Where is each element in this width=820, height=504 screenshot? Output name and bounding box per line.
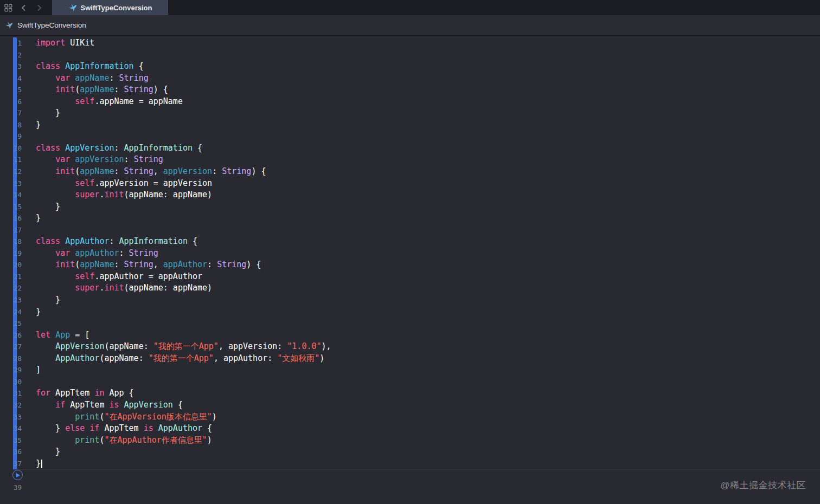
code-editor[interactable]: 1import UIKit23class AppInformation {4 v… (0, 36, 820, 503)
line-number[interactable]: 8 (0, 119, 22, 131)
line-number[interactable]: 2 (0, 49, 22, 61)
code-line[interactable]: 21 self.appAuthor = appAuthor (0, 271, 820, 283)
token-kw: init (104, 283, 124, 293)
line-number[interactable]: 6 (0, 96, 22, 108)
line-number[interactable]: 1 (0, 37, 22, 49)
line-number[interactable]: 22 (0, 282, 22, 294)
code-line[interactable]: 28 AppAuthor(appName: "我的第一个App", appAut… (0, 353, 820, 365)
line-number[interactable]: 17 (0, 224, 22, 236)
line-number[interactable]: 35 (0, 435, 22, 447)
code-line[interactable]: 5 init(appName: String) { (0, 84, 820, 96)
line-number[interactable]: 36 (0, 446, 22, 458)
line-number[interactable]: 18 (0, 236, 22, 248)
line-number[interactable]: 11 (0, 154, 22, 166)
trailing-line-number: 39 (0, 483, 22, 492)
token-typeDecl: AppAuthor (65, 236, 109, 246)
code-line[interactable]: 1import UIKit (0, 37, 820, 49)
line-number[interactable]: 7 (0, 107, 22, 119)
token-plain (36, 96, 75, 106)
code-line[interactable]: 31for AppTtem in App { (0, 387, 820, 399)
code-line[interactable]: 8} (0, 119, 820, 131)
line-number[interactable]: 29 (0, 364, 22, 376)
token-plain (36, 435, 75, 445)
jump-bar: SwiftTypeConversion (0, 15, 820, 36)
code-text: var appName: String (36, 73, 149, 85)
token-plain (36, 154, 55, 164)
code-line[interactable]: 15 } (0, 201, 820, 213)
code-line[interactable]: 23 } (0, 294, 820, 306)
code-line[interactable]: 6 self.appName = appName (0, 96, 820, 108)
token-plain: { (188, 236, 197, 246)
line-number[interactable]: 20 (0, 259, 22, 271)
line-number[interactable]: 16 (0, 212, 22, 224)
code-line[interactable]: 37} (0, 458, 820, 470)
code-line[interactable]: 9 (0, 131, 820, 143)
editor-tab[interactable]: SwiftTypeConversion (52, 0, 168, 15)
code-line[interactable]: 13 self.appVersion = appVersion (0, 178, 820, 190)
line-number[interactable]: 10 (0, 143, 22, 154)
code-line[interactable]: 32 if AppTtem is AppVersion { (0, 399, 820, 411)
line-number[interactable]: 33 (0, 411, 22, 423)
line-number[interactable]: 26 (0, 329, 22, 341)
code-line[interactable]: 36 } (0, 446, 820, 458)
line-number[interactable]: 9 (0, 131, 22, 143)
code-line[interactable]: 35 print("在AppAuthor作者信息里") (0, 435, 820, 447)
line-number[interactable]: 19 (0, 248, 22, 260)
line-number[interactable]: 13 (0, 178, 22, 190)
code-line[interactable]: 22 super.init(appName: appName) (0, 282, 820, 294)
line-number[interactable]: 30 (0, 376, 22, 388)
code-text: class AppVersion: AppInformation { (36, 143, 202, 154)
line-number[interactable]: 31 (0, 387, 22, 399)
breadcrumb[interactable]: SwiftTypeConversion (5, 21, 86, 29)
line-number[interactable]: 37 (0, 458, 22, 470)
code-line[interactable]: 27 AppVersion(appName: "我的第一个App", appVe… (0, 341, 820, 353)
code-line[interactable]: 19 var appAuthor: String (0, 248, 820, 260)
line-number[interactable]: 32 (0, 399, 22, 411)
line-number[interactable]: 5 (0, 84, 22, 96)
token-plain: UIKit (65, 38, 94, 48)
run-playground-button[interactable] (12, 470, 23, 480)
code-line[interactable]: 34 } else if AppTtem is AppAuthor { (0, 423, 820, 435)
line-number[interactable]: 15 (0, 201, 22, 213)
code-line[interactable]: 7 } (0, 107, 820, 119)
code-line[interactable]: 24} (0, 306, 820, 318)
code-line[interactable]: 16} (0, 212, 820, 224)
token-plain: ] (36, 365, 41, 374)
line-number[interactable]: 25 (0, 318, 22, 329)
line-number[interactable]: 23 (0, 294, 22, 306)
code-line[interactable]: 4 var appName: String (0, 73, 820, 85)
line-number[interactable]: 21 (0, 271, 22, 283)
line-number[interactable]: 3 (0, 61, 22, 73)
tab-overview-button[interactable] (0, 0, 16, 15)
forward-button[interactable] (31, 0, 47, 15)
line-number[interactable]: 24 (0, 306, 22, 318)
line-number[interactable]: 12 (0, 166, 22, 178)
grid-icon (4, 4, 12, 12)
code-line[interactable]: 3class AppInformation { (0, 61, 820, 73)
token-plain (36, 73, 55, 83)
code-line[interactable]: 20 init(appName: String, appAuthor: Stri… (0, 259, 820, 271)
token-plain: ) (212, 412, 217, 422)
code-text: print("在AppVersion版本信息里") (36, 411, 217, 423)
code-line[interactable]: 29] (0, 364, 820, 376)
token-plain (60, 143, 65, 153)
code-line[interactable]: 14 super.init(appName: appName) (0, 189, 820, 201)
code-line[interactable]: 10class AppVersion: AppInformation { (0, 143, 820, 154)
line-number[interactable]: 28 (0, 353, 22, 365)
code-line[interactable]: 33 print("在AppVersion版本信息里") (0, 411, 820, 423)
code-line[interactable]: 2 (0, 49, 820, 61)
code-line[interactable]: 12 init(appName: String, appVersion: Str… (0, 166, 820, 178)
code-line[interactable]: 26let App = [ (0, 329, 820, 341)
code-line[interactable]: 18class AppAuthor: AppInformation { (0, 236, 820, 248)
code-line[interactable]: 17 (0, 224, 820, 236)
back-button[interactable] (16, 0, 31, 15)
line-number[interactable]: 34 (0, 423, 22, 435)
line-number[interactable]: 14 (0, 189, 22, 201)
code-line[interactable]: 25 (0, 318, 820, 329)
token-typeDecl: AppVersion (65, 143, 114, 153)
line-number[interactable]: 27 (0, 341, 22, 353)
code-line[interactable]: 11 var appVersion: String (0, 154, 820, 166)
code-text: ] (36, 364, 41, 376)
line-number[interactable]: 4 (0, 73, 22, 85)
code-line[interactable]: 30 (0, 376, 820, 388)
